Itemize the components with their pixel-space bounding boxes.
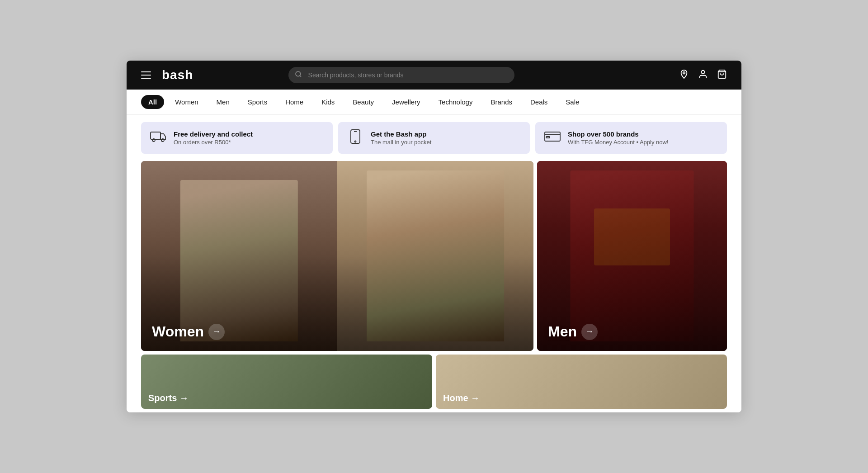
women-image-grid	[141, 161, 533, 351]
sports-label: Sports →	[148, 393, 189, 403]
cat-btn-all[interactable]: All	[141, 95, 164, 109]
bottom-row: Sports → Home →	[127, 355, 741, 412]
cat-btn-men[interactable]: Men	[209, 95, 237, 109]
search-bar	[288, 67, 514, 83]
hero-women-text: Women	[152, 323, 204, 340]
svg-line-1	[300, 76, 301, 77]
promo-delivery-title: Free delivery and collect	[174, 130, 253, 138]
hero-men[interactable]: Men →	[537, 161, 727, 351]
home-label: Home →	[443, 393, 480, 403]
cat-btn-beauty[interactable]: Beauty	[345, 95, 381, 109]
cat-btn-sale[interactable]: Sale	[558, 95, 586, 109]
svg-rect-13	[546, 137, 550, 138]
promo-brands-text: Shop over 500 brands With TFG Money Acco…	[568, 130, 669, 146]
bottom-card-sports[interactable]: Sports →	[141, 355, 432, 409]
cat-btn-deals[interactable]: Deals	[523, 95, 555, 109]
women-panel-right	[337, 161, 533, 351]
svg-point-6	[152, 139, 155, 142]
nav-icons	[679, 69, 727, 81]
svg-point-7	[161, 139, 164, 142]
truck-icon	[150, 130, 166, 146]
promo-brands-subtitle: With TFG Money Account • Apply now!	[568, 139, 669, 146]
phone-icon	[347, 129, 363, 147]
svg-point-0	[296, 71, 301, 76]
bottom-card-home[interactable]: Home →	[436, 355, 727, 409]
hamburger-menu[interactable]	[141, 71, 151, 79]
cat-btn-jewellery[interactable]: Jewellery	[385, 95, 428, 109]
site-logo[interactable]: bash	[162, 68, 193, 82]
cat-btn-technology[interactable]: Technology	[431, 95, 480, 109]
promo-delivery-subtitle: On orders over R500*	[174, 139, 253, 146]
svg-point-10	[355, 141, 356, 142]
search-icon	[295, 71, 302, 80]
promo-delivery[interactable]: Free delivery and collect On orders over…	[141, 122, 333, 154]
search-input[interactable]	[288, 67, 514, 83]
promo-brands[interactable]: Shop over 500 brands With TFG Money Acco…	[535, 122, 727, 154]
cat-btn-home[interactable]: Home	[278, 95, 311, 109]
hero-men-text: Men	[548, 323, 577, 340]
svg-point-2	[683, 71, 685, 74]
cat-btn-sports[interactable]: Sports	[241, 95, 274, 109]
cat-btn-brands[interactable]: Brands	[483, 95, 519, 109]
promo-app-title: Get the Bash app	[371, 130, 431, 138]
hero-women-arrow: →	[208, 324, 225, 340]
cat-btn-women[interactable]: Women	[168, 95, 205, 109]
hero-women-label[interactable]: Women →	[152, 323, 225, 340]
promo-app[interactable]: Get the Bash app The mall in your pocket	[338, 122, 530, 154]
promo-app-subtitle: The mall in your pocket	[371, 139, 431, 146]
svg-rect-5	[151, 132, 160, 139]
card-icon	[544, 131, 561, 145]
browser-window: bash	[127, 61, 741, 412]
men-canvas	[537, 161, 727, 351]
promo-row: Free delivery and collect On orders over…	[127, 115, 741, 161]
promo-app-text: Get the Bash app The mall in your pocket	[371, 130, 431, 146]
promo-brands-title: Shop over 500 brands	[568, 130, 669, 138]
hero-women[interactable]: Women →	[141, 161, 533, 351]
location-icon[interactable]	[679, 69, 689, 81]
hero-men-label[interactable]: Men →	[548, 323, 598, 340]
hero-men-arrow: →	[581, 324, 598, 340]
svg-point-3	[701, 70, 704, 73]
hero-grid: Women → Men →	[127, 161, 741, 355]
promo-delivery-text: Free delivery and collect On orders over…	[174, 130, 253, 146]
cart-icon[interactable]	[717, 69, 727, 81]
user-icon[interactable]	[698, 69, 708, 81]
cat-btn-kids[interactable]: Kids	[314, 95, 342, 109]
women-panel-left	[141, 161, 337, 351]
category-nav: All Women Men Sports Home Kids Beauty Je…	[127, 90, 741, 115]
top-nav: bash	[127, 61, 741, 90]
